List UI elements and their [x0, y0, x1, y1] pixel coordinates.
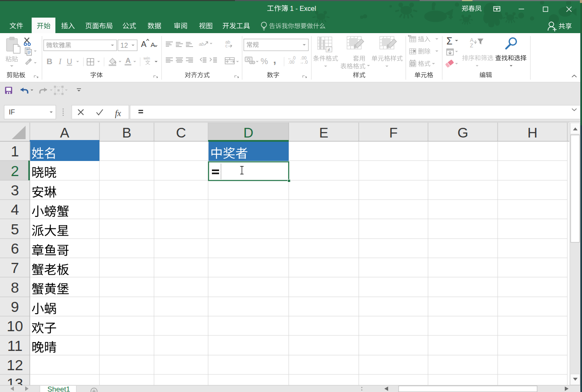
- svg-text:9: 9: [11, 299, 19, 315]
- svg-text:D: D: [243, 125, 253, 140]
- svg-text:A: A: [470, 37, 474, 43]
- svg-text:.00: .00: [288, 60, 295, 65]
- svg-text:2: 2: [11, 163, 19, 179]
- svg-text:7: 7: [11, 260, 19, 276]
- svg-text:wén: wén: [143, 56, 150, 60]
- svg-text:C: C: [176, 125, 186, 140]
- svg-text:U: U: [67, 57, 72, 66]
- svg-text:A: A: [151, 41, 155, 48]
- svg-text:8: 8: [11, 279, 19, 296]
- svg-text:→.0: →.0: [300, 60, 308, 65]
- svg-text:1: 1: [11, 143, 19, 159]
- svg-text:c: c: [225, 43, 227, 48]
- svg-text:5: 5: [11, 221, 19, 237]
- svg-text:11: 11: [7, 337, 22, 354]
- svg-text:3: 3: [11, 182, 19, 198]
- svg-text:,: ,: [273, 53, 276, 66]
- svg-text:E: E: [319, 125, 328, 140]
- svg-text:B: B: [47, 57, 52, 66]
- svg-text:F: F: [389, 125, 397, 140]
- svg-text:≠: ≠: [327, 47, 330, 53]
- svg-text:6: 6: [11, 240, 19, 257]
- svg-text:ab: ab: [199, 42, 204, 47]
- svg-text:H: H: [527, 125, 538, 140]
- svg-text:1 - Excel: 1 - Excel: [290, 5, 316, 12]
- svg-text:Sheet1: Sheet1: [47, 385, 70, 392]
- svg-text:A: A: [60, 125, 69, 140]
- svg-text:10: 10: [7, 318, 23, 334]
- svg-text:12: 12: [120, 42, 128, 49]
- svg-text:4: 4: [11, 201, 19, 218]
- svg-text:A: A: [125, 57, 130, 65]
- svg-text:12: 12: [7, 357, 23, 373]
- svg-text:A: A: [141, 39, 146, 49]
- svg-text:G: G: [457, 125, 468, 140]
- svg-text:IF: IF: [9, 108, 15, 116]
- svg-text:fx: fx: [115, 109, 121, 118]
- svg-text:%: %: [261, 57, 268, 66]
- svg-text:Σ: Σ: [446, 36, 452, 47]
- svg-text:Z: Z: [470, 43, 473, 49]
- svg-text:B: B: [122, 125, 131, 140]
